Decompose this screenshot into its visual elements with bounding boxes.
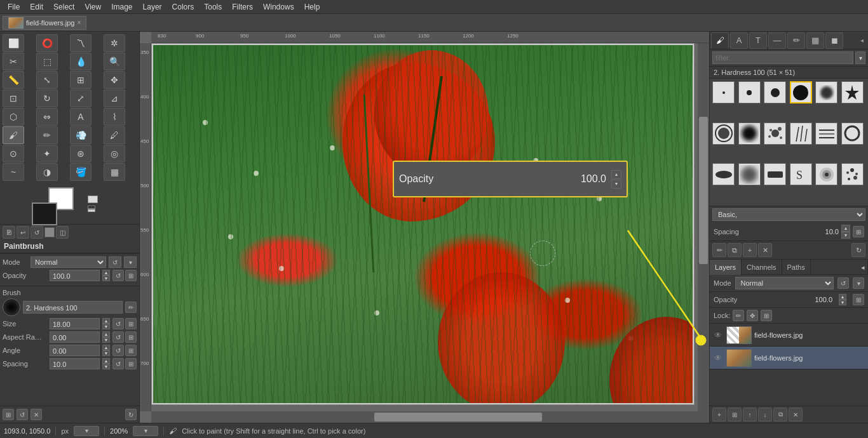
tool-zoom[interactable]: 🔍 <box>104 53 125 70</box>
right-panel-close[interactable]: ◂ <box>857 36 867 46</box>
tool-rect-select[interactable]: ⬜ <box>3 34 24 52</box>
spacing-save-button[interactable]: ⊞ <box>125 358 137 369</box>
spacing-down-button[interactable]: ▼ <box>102 364 110 369</box>
tool-pencil[interactable]: ✏ <box>36 126 58 144</box>
tool-gradient[interactable]: ▦ <box>104 163 125 181</box>
tab-layers[interactable]: Layers <box>710 260 742 275</box>
rp-tab-color[interactable]: ◼ <box>825 32 843 49</box>
layers-mode-more[interactable]: ▾ <box>853 277 864 289</box>
menu-layer[interactable]: Layer <box>138 0 167 14</box>
undo-history-button[interactable]: ↩ <box>17 226 29 239</box>
opacity-reset-button[interactable]: ↺ <box>112 270 124 281</box>
brush-tool-refresh[interactable]: ↻ <box>851 243 865 257</box>
brush-filter-input[interactable] <box>712 51 853 64</box>
layer-opacity-down[interactable]: ▼ <box>839 300 846 305</box>
layers-opacity-value[interactable]: 100.0 <box>815 296 832 303</box>
brush-cell-15[interactable] <box>764 163 786 185</box>
layer-add-mask[interactable]: + <box>712 408 726 421</box>
brush-cell-1[interactable] <box>712 81 735 103</box>
layer-opacity-extra[interactable]: ⊞ <box>853 294 864 305</box>
new-image-button[interactable]: 🖹 <box>3 226 15 239</box>
layers-panel-menu[interactable]: ◂ <box>858 260 868 275</box>
brush-preview-icon[interactable] <box>3 298 20 316</box>
swap-colors-button[interactable] <box>88 196 98 203</box>
layers-mode-reset[interactable]: ↺ <box>837 277 849 289</box>
tool-bucket-fill[interactable]: 🪣 <box>70 163 92 181</box>
spacing-reset-button[interactable]: ↺ <box>112 358 124 369</box>
opacity-popup-up[interactable]: ▲ <box>611 170 621 179</box>
opacity-save-button[interactable]: ⊞ <box>125 270 137 281</box>
aspect-value[interactable]: 0.00 <box>50 331 100 343</box>
mode-select[interactable]: Normal <box>31 256 106 268</box>
brush-cell-7[interactable] <box>712 123 735 145</box>
size-save-button[interactable]: ⊞ <box>125 318 137 329</box>
tool-free-select[interactable]: 〽 <box>70 34 92 52</box>
brush-cell-17[interactable] <box>815 163 837 185</box>
spacing-up-btn[interactable]: ▲ <box>841 225 850 232</box>
lock-position-button[interactable]: ✥ <box>747 310 758 321</box>
angle-value[interactable]: 0.00 <box>50 345 100 356</box>
tool-transform[interactable]: ⤡ <box>36 71 58 89</box>
horizontal-scrollbar[interactable] <box>151 411 709 423</box>
brush-tool-edit[interactable]: ✏ <box>712 243 726 257</box>
opacity-popup-down[interactable]: ▼ <box>611 180 621 189</box>
image-tab[interactable]: field-flowers.jpg × <box>3 16 86 30</box>
brush-cell-10[interactable] <box>790 123 812 145</box>
brush-name-button[interactable]: 2. Hardness 100 <box>23 301 123 314</box>
brush-cell-13[interactable] <box>712 163 735 185</box>
menu-windows[interactable]: Windows <box>258 0 299 14</box>
brush-cell-9[interactable] <box>764 123 786 145</box>
tool-refresh-button[interactable]: ↻ <box>125 409 137 420</box>
tool-load-button[interactable]: ↺ <box>17 409 28 420</box>
menu-select[interactable]: Select <box>48 0 79 14</box>
opacity-popup[interactable]: Opacity 100.0 ▲ ▼ <box>393 161 628 197</box>
aspect-down-button[interactable]: ▼ <box>102 337 110 343</box>
hscroll-thumb[interactable] <box>374 413 541 421</box>
angle-save-button[interactable]: ⊞ <box>125 345 137 356</box>
tool-save-button[interactable]: ⊞ <box>3 409 14 420</box>
zoom-selector[interactable]: ▾ <box>133 426 158 436</box>
tool-path[interactable]: ⌇ <box>104 108 125 126</box>
rp-tab-paintbrush[interactable]: 🖌 <box>711 32 729 49</box>
tool-delete-button[interactable]: ✕ <box>31 409 42 420</box>
vertical-scrollbar[interactable] <box>698 43 709 411</box>
vscroll-thumb[interactable] <box>699 117 708 264</box>
more-options-button[interactable]: ▾ <box>124 256 137 268</box>
tool-flip[interactable]: ⇔ <box>36 108 58 126</box>
menu-help[interactable]: Help <box>299 0 325 14</box>
tool-measure[interactable]: 📏 <box>3 71 24 89</box>
opacity-down-button[interactable]: ▼ <box>102 275 110 281</box>
rp-tab-blend[interactable]: ▦ <box>806 32 824 49</box>
menu-file[interactable]: File <box>3 0 25 14</box>
rp-tab-eraser[interactable]: — <box>768 32 786 49</box>
reset-button[interactable]: ↺ <box>109 256 121 268</box>
layer-1-visibility[interactable]: 👁 <box>712 329 724 341</box>
tool-ink[interactable]: 🖊 <box>104 126 125 144</box>
angle-down-button[interactable]: ▼ <box>102 350 110 356</box>
menu-filters[interactable]: Filters <box>227 0 258 14</box>
spacing-row-value[interactable]: 10.0 <box>825 228 839 236</box>
layer-duplicate[interactable]: ⧉ <box>773 408 787 421</box>
tab-paths[interactable]: Paths <box>782 260 811 275</box>
layer-merge-down[interactable]: ⊞ <box>728 408 742 421</box>
menu-colors[interactable]: Colors <box>167 0 200 14</box>
lock-pixels-button[interactable]: ✏ <box>733 310 744 321</box>
brush-cell-2[interactable] <box>738 81 761 103</box>
canvas-image[interactable] <box>151 43 695 405</box>
expand-button[interactable]: ◫ <box>56 226 69 239</box>
tool-crop[interactable]: ⊡ <box>3 90 24 107</box>
size-up-button[interactable]: ▲ <box>102 318 110 324</box>
tool-heal[interactable]: ✦ <box>36 145 58 163</box>
tool-perspective[interactable]: ⬡ <box>3 108 24 126</box>
rp-tab-text[interactable]: T <box>749 32 767 49</box>
brush-tool-duplicate[interactable]: ⧉ <box>728 243 742 257</box>
aspect-save-button[interactable]: ⊞ <box>125 331 137 343</box>
tool-airbrush[interactable]: 💨 <box>70 126 92 144</box>
brush-cell-12[interactable] <box>841 123 864 145</box>
brush-cell-4-selected[interactable] <box>790 81 812 103</box>
opacity-up-button[interactable]: ▲ <box>102 270 110 275</box>
filter-dropdown-button[interactable]: ▾ <box>855 51 865 64</box>
brush-tool-new[interactable]: + <box>743 243 757 257</box>
layer-item-1[interactable]: 👁 field-flowers.jpg <box>710 324 868 347</box>
layer-2-visibility[interactable]: 👁 <box>712 352 724 364</box>
